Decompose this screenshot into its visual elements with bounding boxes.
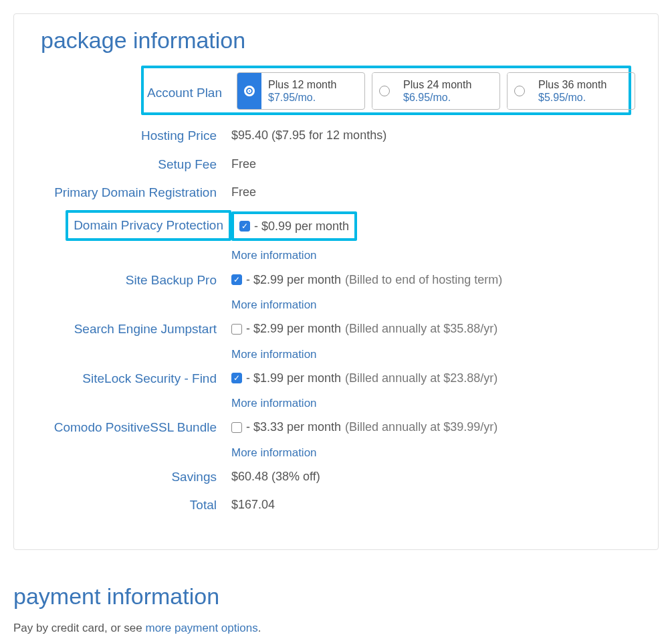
radio-icon bbox=[508, 73, 532, 109]
total-label: Total bbox=[41, 494, 231, 515]
sitelock-checkbox[interactable] bbox=[231, 373, 242, 383]
primary-domain-label: Primary Domain Registration bbox=[41, 181, 231, 203]
site-backup-billing: (Billed to end of hosting term) bbox=[345, 270, 502, 290]
plan-name: Plus 36 month bbox=[538, 78, 606, 91]
ssl-price: - $3.33 per month bbox=[246, 418, 341, 437]
ssl-billing: (Billed annually at $39.99/yr) bbox=[345, 418, 497, 437]
plan-option-12[interactable]: Plus 12 month $7.95/mo. bbox=[237, 72, 365, 110]
plan-name: Plus 12 month bbox=[268, 78, 336, 91]
total-value: $167.04 bbox=[231, 494, 631, 515]
more-info-link[interactable]: More information bbox=[231, 296, 631, 314]
sitelock-price: - $1.99 per month bbox=[246, 369, 341, 388]
plan-option-24[interactable]: Plus 24 month $6.95/mo. bbox=[372, 72, 500, 110]
ssl-checkbox[interactable] bbox=[231, 422, 242, 433]
plan-price: $5.95/mo. bbox=[538, 91, 606, 104]
radio-icon bbox=[237, 73, 261, 109]
account-plan-highlight: Account Plan Plus 12 month $7.95/mo. Plu… bbox=[141, 66, 631, 115]
domain-privacy-price: - $0.99 per month bbox=[254, 217, 349, 236]
package-information-card: package information Account Plan Plus 12… bbox=[13, 13, 659, 550]
account-plan-label: Account Plan bbox=[146, 78, 237, 103]
setup-fee-label: Setup Fee bbox=[41, 153, 231, 175]
savings-value: $60.48 (38% off) bbox=[231, 466, 631, 486]
site-backup-price: - $2.99 per month bbox=[246, 270, 341, 290]
plan-option-36[interactable]: Plus 36 month $5.95/mo. bbox=[507, 72, 635, 110]
domain-privacy-highlight-label: Domain Privacy Protection bbox=[66, 210, 231, 241]
primary-domain-value: Free bbox=[231, 181, 631, 202]
payment-title: payment information bbox=[13, 583, 659, 610]
domain-privacy-checkbox[interactable] bbox=[239, 221, 250, 232]
jumpstart-billing: (Billed annually at $35.88/yr) bbox=[345, 319, 497, 339]
plan-price: $7.95/mo. bbox=[268, 91, 336, 104]
plan-name: Plus 24 month bbox=[403, 78, 471, 91]
ssl-label: Comodo PositiveSSL Bundle bbox=[41, 416, 231, 438]
more-info-link[interactable]: More information bbox=[231, 246, 631, 264]
site-backup-label: Site Backup Pro bbox=[41, 269, 231, 290]
more-info-link[interactable]: More information bbox=[231, 444, 631, 462]
hosting-price-label: Hosting Price bbox=[41, 124, 231, 146]
jumpstart-checkbox[interactable] bbox=[231, 324, 242, 335]
more-info-link[interactable]: More information bbox=[231, 345, 631, 363]
hosting-price-value: $95.40 ($7.95 for 12 months) bbox=[231, 124, 631, 145]
savings-label: Savings bbox=[41, 466, 231, 487]
more-payment-options-link[interactable]: more payment options bbox=[145, 622, 257, 634]
radio-icon bbox=[372, 73, 397, 109]
sitelock-label: SiteLock Security - Find bbox=[41, 367, 231, 389]
jumpstart-price: - $2.99 per month bbox=[246, 319, 341, 339]
payment-intro: Pay by credit card, or see more payment … bbox=[13, 622, 659, 635]
plan-price: $6.95/mo. bbox=[403, 91, 471, 104]
jumpstart-label: Search Engine Jumpstart bbox=[41, 318, 231, 339]
plan-options: Plus 12 month $7.95/mo. Plus 24 month $6… bbox=[237, 72, 635, 110]
more-info-link[interactable]: More information bbox=[231, 394, 631, 412]
sitelock-billing: (Billed annually at $23.88/yr) bbox=[345, 369, 497, 388]
site-backup-checkbox[interactable] bbox=[231, 274, 242, 285]
package-title: package information bbox=[41, 27, 631, 54]
setup-fee-value: Free bbox=[231, 153, 631, 174]
